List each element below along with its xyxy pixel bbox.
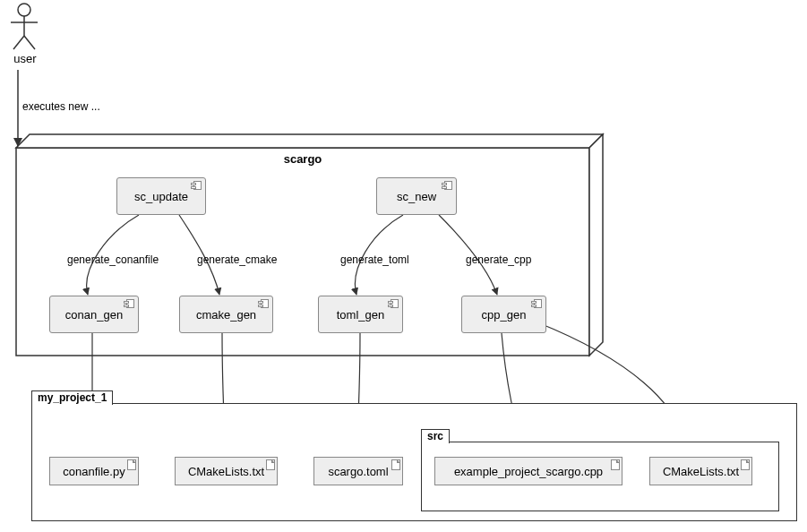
file-icon — [741, 459, 750, 470]
component-label: cmake_gen — [196, 308, 256, 322]
artifact-label: CMakeLists.txt — [663, 465, 739, 478]
svg-marker-6 — [16, 134, 603, 148]
edge-label-cpp: generate_cpp — [466, 253, 531, 266]
component-label: sc_update — [134, 190, 188, 203]
component-label: toml_gen — [337, 308, 384, 322]
component-toml-gen: toml_gen — [318, 296, 403, 333]
artifact-label: example_project_scargo.cpp — [454, 465, 603, 478]
folder-tab: my_project_1 — [31, 390, 113, 405]
artifact-conanfile: conanfile.py — [49, 457, 139, 485]
actor-label: user — [7, 52, 43, 65]
edge-label-executes: executes new ... — [22, 100, 100, 113]
component-icon — [191, 181, 202, 190]
file-icon — [391, 459, 400, 470]
svg-line-4 — [24, 36, 35, 49]
component-cmake-gen: cmake_gen — [179, 296, 273, 333]
component-icon — [442, 181, 452, 190]
component-label: sc_new — [397, 190, 436, 203]
artifact-label: conanfile.py — [63, 465, 124, 478]
actor-figure — [11, 4, 38, 49]
folder-tab: src — [421, 429, 450, 443]
component-icon — [388, 299, 399, 308]
artifact-label: CMakeLists.txt — [188, 465, 264, 478]
component-label: cpp_gen — [482, 308, 527, 322]
component-icon — [258, 299, 269, 308]
artifact-scargo-toml: scargo.toml — [313, 457, 403, 485]
file-icon — [611, 459, 620, 470]
component-label: conan_gen — [65, 308, 123, 322]
svg-point-0 — [18, 4, 30, 16]
file-icon — [266, 459, 275, 470]
edge-label-toml: generate_toml — [340, 253, 409, 266]
artifact-example-cpp: example_project_scargo.cpp — [434, 457, 622, 485]
edge-label-cmake: generate_cmake — [197, 253, 277, 266]
component-sc-update: sc_update — [116, 177, 206, 215]
artifact-cmakelists: CMakeLists.txt — [175, 457, 278, 485]
diagram-canvas: user executes new ... scargo sc_update s… — [0, 0, 807, 532]
component-conan-gen: conan_gen — [49, 296, 139, 333]
component-icon — [531, 299, 542, 308]
artifact-src-cmakelists: CMakeLists.txt — [649, 457, 752, 485]
svg-marker-7 — [589, 134, 603, 356]
artifact-label: scargo.toml — [328, 465, 388, 478]
component-sc-new: sc_new — [376, 177, 457, 215]
svg-line-3 — [13, 36, 24, 49]
component-icon — [124, 299, 134, 308]
scargo-title: scargo — [16, 152, 589, 166]
edge-label-conanfile: generate_conanfile — [67, 253, 159, 266]
file-icon — [127, 459, 136, 470]
component-cpp-gen: cpp_gen — [461, 296, 546, 333]
